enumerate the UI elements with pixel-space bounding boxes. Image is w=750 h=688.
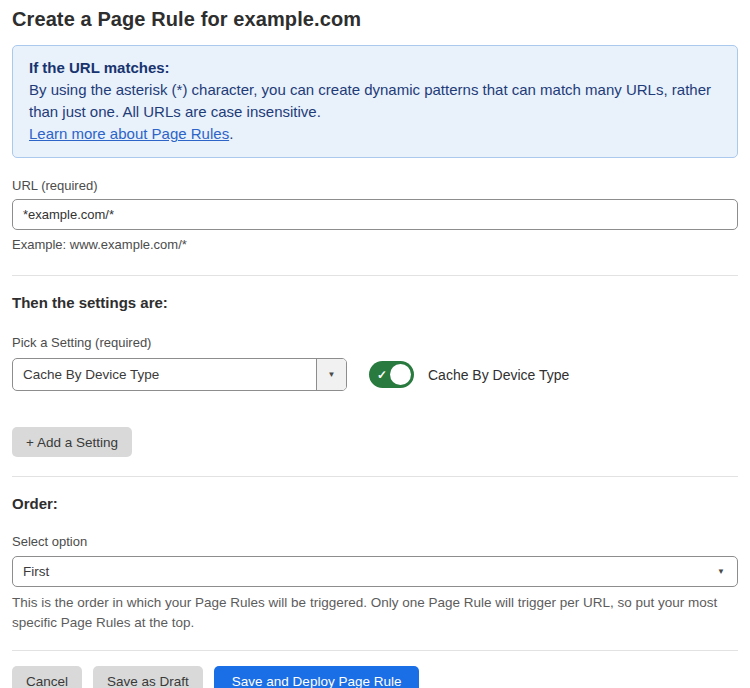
learn-more-link[interactable]: Learn more about Page Rules bbox=[29, 125, 229, 142]
setting-select-value: Cache By Device Type bbox=[13, 359, 316, 390]
pick-setting-label: Pick a Setting (required) bbox=[12, 335, 738, 350]
setting-select-arrow-button[interactable]: ▼ bbox=[316, 359, 346, 390]
cache-by-device-toggle[interactable]: ✓ bbox=[369, 361, 414, 388]
url-input[interactable] bbox=[12, 199, 738, 230]
info-box-link-line: Learn more about Page Rules. bbox=[29, 123, 721, 145]
url-example-helper: Example: www.example.com/* bbox=[12, 237, 738, 252]
url-field-label: URL (required) bbox=[12, 178, 738, 193]
save-and-deploy-button[interactable]: Save and Deploy Page Rule bbox=[214, 666, 420, 688]
chevron-down-icon: ▼ bbox=[717, 567, 725, 576]
footer-actions: Cancel Save as Draft Save and Deploy Pag… bbox=[12, 666, 738, 688]
divider bbox=[12, 275, 738, 276]
info-box-body: By using the asterisk (*) character, you… bbox=[29, 79, 721, 123]
toggle-knob bbox=[390, 364, 411, 385]
order-section-heading: Order: bbox=[12, 495, 738, 512]
order-helper-text: This is the order in which your Page Rul… bbox=[12, 593, 738, 633]
settings-section-heading: Then the settings are: bbox=[12, 294, 738, 311]
save-as-draft-button[interactable]: Save as Draft bbox=[93, 666, 203, 688]
check-icon: ✓ bbox=[377, 368, 387, 382]
url-match-info-box: If the URL matches: By using the asteris… bbox=[12, 45, 738, 158]
divider bbox=[12, 650, 738, 651]
info-box-heading: If the URL matches: bbox=[29, 57, 721, 79]
order-select-label: Select option bbox=[12, 534, 738, 549]
add-setting-button[interactable]: + Add a Setting bbox=[12, 427, 132, 457]
cancel-button[interactable]: Cancel bbox=[12, 666, 82, 688]
setting-row: Cache By Device Type ▼ ✓ Cache By Device… bbox=[12, 358, 738, 391]
page-title: Create a Page Rule for example.com bbox=[12, 8, 738, 31]
order-select-value: First bbox=[23, 564, 49, 579]
chevron-down-icon: ▼ bbox=[328, 370, 336, 379]
setting-select[interactable]: Cache By Device Type ▼ bbox=[12, 358, 347, 391]
toggle-label: Cache By Device Type bbox=[428, 367, 569, 383]
link-period: . bbox=[229, 125, 233, 142]
divider bbox=[12, 476, 738, 477]
order-select[interactable]: First ▼ bbox=[12, 556, 738, 587]
